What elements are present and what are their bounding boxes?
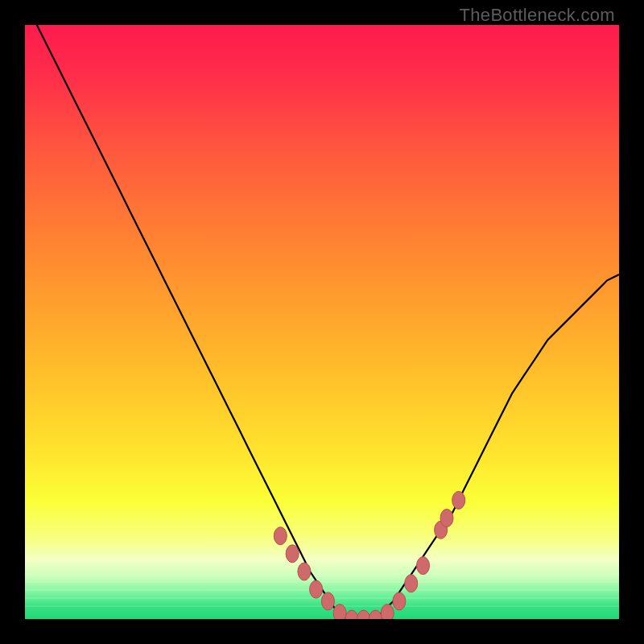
curve-marker [452, 491, 465, 509]
curve-marker [298, 563, 311, 580]
frame: TheBottleneck.com [0, 0, 644, 644]
curve-marker [310, 580, 323, 598]
curve-marker [417, 557, 430, 575]
curve-marker [357, 610, 370, 619]
curve-path [37, 25, 619, 619]
plot-area [25, 25, 619, 619]
curve-marker [286, 545, 299, 563]
curve-marker [440, 510, 453, 527]
bottleneck-curve [25, 25, 619, 619]
curve-marker [381, 605, 394, 619]
curve-path-group [37, 25, 619, 619]
curve-marker [321, 592, 334, 610]
curve-marker [345, 610, 358, 619]
curve-marker [369, 610, 382, 619]
curve-marker [274, 527, 287, 545]
curve-marker [393, 592, 406, 610]
curve-marker [333, 605, 346, 619]
curve-marker [405, 575, 418, 592]
watermark-text: TheBottleneck.com [460, 5, 615, 26]
